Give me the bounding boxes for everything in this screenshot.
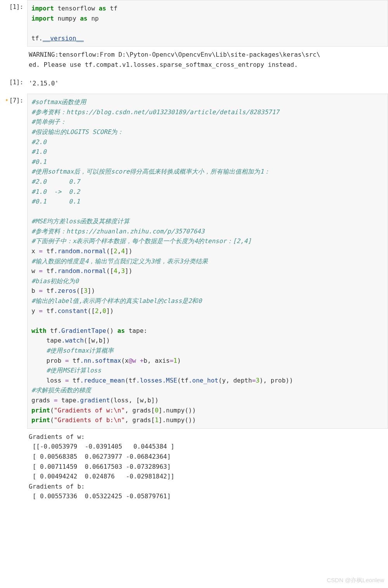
keyword: import: [31, 15, 54, 22]
keyword: as: [80, 15, 87, 22]
cell-body-1out: '2.15.0': [27, 75, 388, 89]
code-input-7[interactable]: #softmax函数使用 #参考资料：https://blog.csdn.net…: [27, 94, 388, 429]
cell-body-7: #softmax函数使用 #参考资料：https://blog.csdn.net…: [27, 94, 388, 501]
dunder: __version__: [43, 35, 84, 42]
keyword: import: [31, 5, 54, 12]
warning-output-1: WARNING:tensorflow:From D:\Pyton-Opencv\…: [27, 47, 388, 70]
cell-1: [1]: import tensorflow as tf import nump…: [0, 0, 388, 75]
cell-body-1: import tensorflow as tf import numpy as …: [27, 0, 388, 70]
input-prompt-7: [7]:: [0, 94, 27, 105]
cell-7: [7]: #softmax函数使用 #参考资料：https://blog.csd…: [0, 94, 388, 507]
result-output-1: '2.15.0': [27, 75, 388, 89]
code-input-1[interactable]: import tensorflow as tf import numpy as …: [27, 0, 388, 47]
stream-output-7: Gradients of w: [[-0.0053979 -0.0391405 …: [27, 429, 388, 501]
keyword: as: [99, 5, 106, 12]
input-prompt-1: [1]:: [0, 0, 27, 12]
cell-1-result: [1]: '2.15.0': [0, 75, 388, 94]
output-prompt-1: [1]:: [0, 75, 27, 87]
